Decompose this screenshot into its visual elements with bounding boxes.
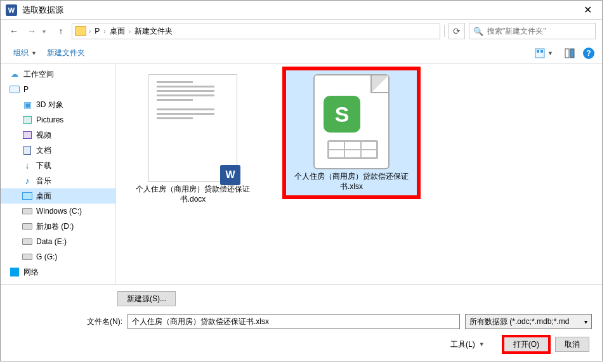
toolbar: 组织 ▼ 新建文件夹 ▼ ?	[1, 42, 602, 64]
sidebar-label: G (G:)	[36, 252, 57, 261]
svg-rect-1	[537, 50, 539, 53]
sidebar-item-p[interactable]: P	[1, 82, 115, 97]
download-icon: ↓	[22, 160, 32, 171]
new-folder-label: 新建文件夹	[47, 48, 85, 58]
filetype-dropdown[interactable]: 所有数据源 (*.odc;*.mdb;*.md ▾	[465, 314, 592, 329]
sidebar-label: 新加卷 (D:)	[36, 221, 74, 232]
crumb-desktop[interactable]: 桌面	[108, 26, 126, 37]
sidebar-item-desktop[interactable]: 桌面	[1, 188, 115, 204]
network-icon	[10, 267, 20, 277]
sidebar-item-drive-g[interactable]: G (G:)	[1, 249, 115, 264]
sidebar-label: Windows (C:)	[36, 207, 82, 216]
thumbnails-icon	[535, 48, 545, 58]
sidebar-label: 3D 对象	[36, 100, 63, 110]
new-folder-button[interactable]: 新建文件夹	[42, 45, 90, 61]
file-item-docx[interactable]: W 个人住房（商用房）贷款偿还保证书.docx	[126, 69, 259, 209]
help-button[interactable]: ?	[583, 48, 594, 59]
file-label: 个人住房（商用房）贷款偿还保证书.docx	[131, 185, 254, 204]
music-icon: ♪	[22, 176, 32, 186]
history-dropdown[interactable]: ▾	[43, 28, 50, 35]
cancel-button[interactable]: 取消	[555, 337, 589, 352]
sidebar-label: 文档	[36, 145, 51, 156]
sidebar-item-drive-e[interactable]: Data (E:)	[1, 234, 115, 249]
forward-button[interactable]: →	[25, 24, 39, 38]
folder-icon	[75, 26, 86, 36]
sidebar: ☁ 工作空间 P ▣ 3D 对象 Pictures 视频 文档	[1, 64, 116, 284]
new-source-button[interactable]: 新建源(S)...	[117, 291, 176, 306]
crumb-p[interactable]: P	[93, 27, 101, 36]
refresh-button[interactable]: ⟳	[449, 23, 465, 39]
dialog-body: ☁ 工作空间 P ▣ 3D 对象 Pictures 视频 文档	[1, 64, 602, 284]
navbar: ← → ▾ ↑ › P › 桌面 › 新建文件夹 ⟳ 🔍	[1, 20, 602, 42]
xlsx-thumbnail: S	[313, 74, 390, 169]
divider	[444, 25, 445, 37]
preview-pane-button[interactable]	[561, 46, 578, 60]
sidebar-item-downloads[interactable]: ↓ 下载	[1, 158, 115, 173]
cube-icon: ▣	[22, 100, 32, 110]
preview-icon	[565, 48, 575, 58]
monitor-icon	[10, 84, 20, 94]
sidebar-item-docs[interactable]: 文档	[1, 143, 115, 158]
filename-label: 文件名(N):	[87, 316, 122, 327]
file-label: 个人住房（商用房）贷款偿还保证书.xlsx	[290, 172, 413, 192]
search-icon: 🔍	[473, 27, 483, 36]
spreadsheet-badge-icon: S	[324, 96, 360, 133]
desktop-icon	[22, 191, 32, 201]
organize-menu[interactable]: 组织 ▼	[8, 45, 42, 61]
sidebar-item-drive-d[interactable]: 新加卷 (D:)	[1, 219, 115, 234]
search-input[interactable]	[487, 27, 591, 36]
video-icon	[22, 130, 32, 140]
sidebar-label: 下载	[36, 160, 51, 171]
view-mode-button[interactable]: ▼	[532, 46, 556, 60]
sidebar-item-music[interactable]: ♪ 音乐	[1, 173, 115, 188]
chevron-down-icon: ▼	[547, 50, 553, 56]
file-list: W 个人住房（商用房）贷款偿还保证书.docx S 个人住房（商用房）贷款偿还保…	[116, 64, 602, 284]
tools-label: 工具(L)	[450, 339, 475, 350]
chevron-down-icon: ▼	[479, 341, 485, 348]
chevron-down-icon: ▼	[31, 50, 37, 56]
sidebar-item-video[interactable]: 视频	[1, 127, 115, 143]
address-bar[interactable]: › P › 桌面 › 新建文件夹	[72, 23, 440, 39]
drive-icon	[22, 206, 32, 216]
sidebar-item-pictures[interactable]: Pictures	[1, 112, 115, 127]
close-button[interactable]: ✕	[578, 4, 597, 16]
titlebar: W 选取数据源 ✕	[1, 1, 602, 20]
docx-thumbnail: W	[148, 74, 237, 182]
search-box[interactable]: 🔍	[469, 23, 596, 39]
svg-rect-2	[540, 50, 543, 53]
open-button[interactable]: 打开(O)	[504, 337, 549, 352]
sidebar-item-network[interactable]: 网络	[1, 264, 115, 280]
drive-icon	[22, 221, 32, 231]
document-icon	[22, 145, 32, 155]
sidebar-label: 网络	[23, 267, 39, 278]
tools-menu[interactable]: 工具(L) ▼	[450, 339, 485, 350]
back-button[interactable]: ←	[7, 24, 21, 38]
up-button[interactable]: ↑	[54, 24, 68, 38]
word-badge-icon: W	[220, 165, 240, 185]
sidebar-label: 音乐	[36, 176, 51, 186]
organize-label: 组织	[13, 48, 29, 58]
file-dialog: W 选取数据源 ✕ ← → ▾ ↑ › P › 桌面 › 新建文件夹 ⟳ 🔍 组…	[0, 0, 603, 361]
filename-input[interactable]	[128, 314, 460, 329]
filetype-label: 所有数据源 (*.odc;*.mdb;*.md	[469, 316, 569, 327]
drive-icon	[22, 237, 32, 247]
svg-rect-3	[565, 49, 569, 58]
sidebar-item-workspace[interactable]: ☁ 工作空间	[1, 67, 115, 82]
chevron-right-icon: ›	[103, 28, 105, 35]
chevron-right-icon: ›	[89, 28, 91, 35]
sidebar-label: Data (E:)	[36, 237, 67, 246]
word-icon: W	[6, 4, 17, 16]
sidebar-label: 视频	[36, 130, 51, 141]
window-title: 选取数据源	[22, 4, 578, 16]
sidebar-item-3d[interactable]: ▣ 3D 对象	[1, 97, 115, 112]
pictures-icon	[22, 115, 32, 125]
svg-rect-4	[570, 49, 574, 58]
sidebar-item-drive-c[interactable]: Windows (C:)	[1, 204, 115, 219]
cloud-icon: ☁	[10, 69, 20, 79]
chevron-down-icon: ▾	[584, 318, 587, 325]
sidebar-label: 工作空间	[23, 69, 54, 80]
crumb-folder[interactable]: 新建文件夹	[133, 26, 174, 37]
chevron-right-icon: ›	[129, 28, 131, 35]
footer: 新建源(S)... 文件名(N): 所有数据源 (*.odc;*.mdb;*.m…	[1, 284, 602, 361]
file-item-xlsx[interactable]: S 个人住房（商用房）贷款偿还保证书.xlsx	[285, 69, 418, 197]
